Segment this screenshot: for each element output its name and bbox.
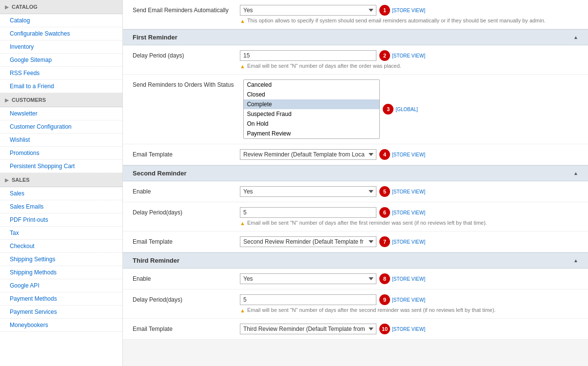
customers-section-label: CUSTOMERS [12, 97, 46, 103]
third-enable-label: Enable [133, 273, 230, 282]
first-email-template-badge-row: Review Reminder (Default Template from L… [240, 149, 578, 160]
third-email-template-row: Email Template Third Review Reminder (De… [123, 319, 588, 340]
third-enable-row: Enable Yes No 8 [STORE VIEW] [123, 269, 588, 289]
badge-1: 1 [379, 5, 390, 16]
second-enable-label: Enable [133, 186, 230, 195]
send-reminders-status-label: Send Reminders to Orders With Status [133, 79, 234, 88]
customers-arrow-icon: ▶ [5, 97, 9, 103]
send-email-reminders-hint: ▲ This option allows to specify if syste… [240, 18, 578, 24]
second-delay-period-input[interactable] [240, 207, 376, 218]
sidebar-item-catalog[interactable]: Catalog [0, 14, 122, 27]
send-email-reminders-control: Yes No 1 [STORE VIEW] ▲ This option allo… [240, 5, 578, 24]
status-on-hold[interactable]: On Hold [244, 119, 379, 129]
sidebar-item-shipping-methods[interactable]: Shipping Methods [0, 266, 122, 279]
third-delay-period-label: Delay Period(days) [133, 294, 230, 303]
sidebar-item-sales-emails[interactable]: Sales Emails [0, 200, 122, 213]
second-email-template-store-view-link[interactable]: [STORE VIEW] [392, 239, 425, 245]
third-delay-period-badge-row: 9 [STORE VIEW] [240, 294, 578, 305]
third-delay-period-store-view-link[interactable]: [STORE VIEW] [392, 297, 425, 303]
send-reminders-status-select[interactable]: Canceled Closed Complete Suspected Fraud… [243, 79, 380, 139]
sidebar-item-email-to-friend[interactable]: Email to a Friend [0, 80, 122, 93]
sidebar-item-pdf-print-outs[interactable]: PDF Print-outs [0, 213, 122, 227]
first-delay-period-label: Delay Period (days) [133, 50, 230, 59]
status-payment-review[interactable]: Payment Review [244, 129, 379, 138]
sidebar-item-customer-configuration[interactable]: Customer Configuration [0, 120, 122, 134]
second-enable-store-view-link[interactable]: [STORE VIEW] [392, 189, 425, 194]
third-enable-store-view-link[interactable]: [STORE VIEW] [392, 276, 425, 282]
first-email-template-control: Review Reminder (Default Template from L… [240, 149, 578, 160]
first-reminder-section: Delay Period (days) 2 [STORE VIEW] ▲ Ema… [123, 45, 588, 165]
badge-8: 8 [379, 273, 390, 284]
third-reminder-header[interactable]: Third Reminder ▲ [123, 252, 588, 269]
third-email-template-store-view-link[interactable]: [STORE VIEW] [392, 327, 425, 332]
sales-arrow-icon: ▶ [5, 177, 9, 183]
third-enable-badge-row: Yes No 8 [STORE VIEW] [240, 273, 578, 284]
second-enable-badge-row: Yes No 5 [STORE VIEW] [240, 186, 578, 197]
send-reminders-status-row: Send Reminders to Orders With Status Can… [123, 75, 588, 144]
catalog-section-label: CATALOG [12, 4, 38, 10]
first-reminder-header[interactable]: First Reminder ▲ [123, 29, 588, 45]
second-delay-period-label: Delay Period(days) [133, 207, 230, 216]
second-enable-select[interactable]: Yes No [240, 186, 376, 197]
send-email-reminders-select[interactable]: Yes No [240, 5, 376, 16]
send-email-reminders-store-view-link[interactable]: [STORE VIEW] [392, 8, 425, 13]
status-canceled[interactable]: Canceled [244, 80, 379, 90]
first-reminder-collapse-icon: ▲ [573, 35, 578, 40]
second-reminder-collapse-icon: ▲ [573, 171, 578, 176]
status-complete[interactable]: Complete [244, 99, 379, 109]
first-email-template-store-view-link[interactable]: [STORE VIEW] [392, 152, 425, 157]
sidebar-item-inventory[interactable]: Inventory [0, 40, 122, 54]
third-enable-select[interactable]: Yes No [240, 273, 376, 284]
sidebar-item-persistent-shopping-cart[interactable]: Persistent Shopping Cart [0, 160, 122, 173]
third-email-template-select[interactable]: Third Review Reminder (Default Template … [240, 324, 376, 334]
second-delay-period-store-view-link[interactable]: [STORE VIEW] [392, 210, 425, 215]
sidebar-item-configurable-swatches[interactable]: Configurable Swatches [0, 27, 122, 40]
third-delay-period-hint-text: Email will be sent "N" number of days af… [247, 307, 496, 313]
second-email-template-control: Second Review Reminder (Default Template… [240, 236, 578, 247]
status-closed[interactable]: Closed [244, 90, 379, 99]
third-delay-period-row: Delay Period(days) 9 [STORE VIEW] ▲ Emai… [123, 289, 588, 319]
sidebar-item-payment-services[interactable]: Payment Services [0, 306, 122, 319]
first-delay-period-store-view-link[interactable]: [STORE VIEW] [392, 53, 425, 58]
second-enable-control: Yes No 5 [STORE VIEW] [240, 186, 578, 197]
sidebar-item-checkout[interactable]: Checkout [0, 240, 122, 253]
first-delay-period-hint-text: Email will be sent "N" number of days af… [247, 63, 401, 69]
send-reminders-status-control: Canceled Closed Complete Suspected Fraud… [243, 79, 578, 139]
third-delay-period-input[interactable] [240, 294, 376, 305]
sidebar-item-tax[interactable]: Tax [0, 227, 122, 240]
hint-triangle-icon: ▲ [240, 18, 245, 24]
third-email-template-control: Third Review Reminder (Default Template … [240, 324, 578, 334]
second-email-template-label: Email Template [133, 236, 230, 245]
first-delay-period-input[interactable] [240, 50, 376, 61]
send-reminders-status-wrapper: Canceled Closed Complete Suspected Fraud… [243, 79, 380, 139]
sidebar-section-sales[interactable]: ▶ SALES [0, 173, 122, 187]
sidebar-section-catalog[interactable]: ▶ CATALOG [0, 0, 122, 14]
send-reminders-global-link[interactable]: [GLOBAL] [395, 107, 418, 112]
sidebar-item-payment-methods[interactable]: Payment Methods [0, 292, 122, 306]
main-content: Send Email Reminders Automatically Yes N… [123, 0, 588, 366]
sidebar: ▶ CATALOG Catalog Configurable Swatches … [0, 0, 123, 366]
first-delay-period-hint: ▲ Email will be sent "N" number of days … [240, 63, 578, 69]
sidebar-item-promotions[interactable]: Promotions [0, 147, 122, 160]
second-email-template-select[interactable]: Second Review Reminder (Default Template… [240, 236, 376, 247]
sidebar-item-moneybookers[interactable]: Moneybookers [0, 319, 122, 332]
sidebar-item-newsletter[interactable]: Newsletter [0, 107, 122, 120]
sidebar-item-google-sitemap[interactable]: Google Sitemap [0, 54, 122, 67]
send-email-reminders-label: Send Email Reminders Automatically [133, 5, 230, 14]
third-reminder-title: Third Reminder [133, 257, 179, 264]
second-delay-period-badge-row: 6 [STORE VIEW] [240, 207, 578, 218]
second-reminder-header[interactable]: Second Reminder ▲ [123, 165, 588, 181]
sidebar-item-wishlist[interactable]: Wishlist [0, 134, 122, 147]
second-delay-period-row: Delay Period(days) 6 [STORE VIEW] ▲ Emai… [123, 202, 588, 231]
second-reminder-title: Second Reminder [133, 170, 187, 177]
sidebar-item-google-api[interactable]: Google API [0, 279, 122, 292]
sidebar-item-sales[interactable]: Sales [0, 187, 122, 200]
status-suspected-fraud[interactable]: Suspected Fraud [244, 109, 379, 119]
sidebar-item-rss-feeds[interactable]: RSS Feeds [0, 67, 122, 80]
third-enable-control: Yes No 8 [STORE VIEW] [240, 273, 578, 284]
first-email-template-select[interactable]: Review Reminder (Default Template from L… [240, 149, 376, 160]
sidebar-item-shipping-settings[interactable]: Shipping Settings [0, 253, 122, 266]
third-email-template-badge-row: Third Review Reminder (Default Template … [240, 324, 578, 334]
badge-4: 4 [379, 149, 390, 160]
sidebar-section-customers[interactable]: ▶ CUSTOMERS [0, 93, 122, 107]
